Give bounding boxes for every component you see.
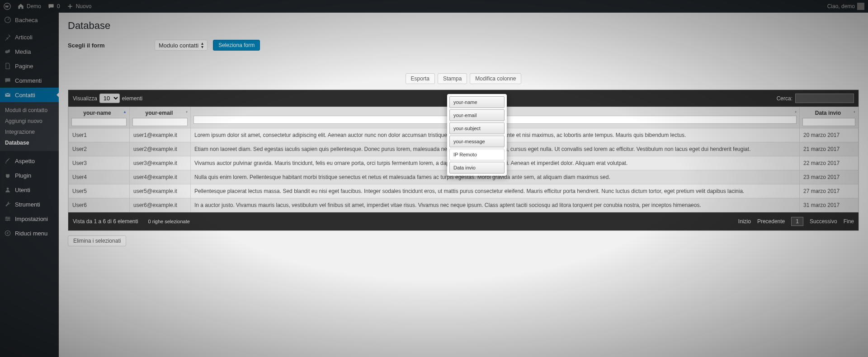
column-toggle-your-message[interactable]: your-message — [449, 136, 505, 147]
col-data-invio[interactable]: Data invio♦ — [800, 107, 859, 128]
mail-icon — [4, 91, 11, 99]
sidebar-submenu-contatti: Moduli di contatto Aggiungi nuovo Integr… — [0, 102, 59, 151]
page-current[interactable]: 1 — [791, 217, 803, 226]
sidebar-item-impostazioni[interactable]: Impostazioni — [0, 211, 59, 226]
cell-date: 27 marzo 2017 — [800, 184, 859, 198]
cell-name: User2 — [69, 142, 130, 156]
chevron-updown-icon: ▴▾ — [201, 42, 203, 49]
avatar-icon — [857, 3, 864, 10]
form-selector-row: Scegli il form Modulo contatti▴▾ Selezio… — [68, 40, 859, 51]
page-title: Database — [68, 15, 859, 40]
col-label: Data invio — [815, 110, 841, 116]
sidebar-item-media[interactable]: Media — [0, 44, 59, 59]
sidebar-item-label: Plugin — [15, 172, 31, 179]
table-info: Vista da 1 a 6 di 6 elementi — [73, 218, 138, 225]
sidebar-item-strumenti[interactable]: Strumenti — [0, 197, 59, 211]
submenu-database[interactable]: Database — [0, 137, 59, 148]
column-chooser-popup: your-nameyour-emailyour-subjectyour-mess… — [447, 94, 507, 176]
cell-date: 23 marzo 2017 — [800, 170, 859, 184]
sort-asc-icon: ▲ — [123, 110, 127, 114]
edit-columns-button[interactable]: Modifica colonne — [470, 73, 521, 84]
submenu-aggiungi[interactable]: Aggiungi nuovo — [0, 116, 59, 127]
wordpress-icon — [4, 3, 11, 10]
plus-icon — [66, 3, 74, 10]
sidebar-item-label: Riduci menu — [15, 230, 47, 237]
cell-name: User6 — [69, 198, 130, 212]
submenu-moduli[interactable]: Moduli di contatto — [0, 105, 59, 116]
svg-point-5 — [6, 217, 7, 218]
sidebar-item-riduci[interactable]: Riduci menu — [0, 226, 59, 240]
sort-icon: ♦ — [854, 110, 855, 114]
dashboard-icon — [4, 16, 11, 23]
cell-email: user1@example.it — [130, 128, 191, 142]
sidebar-item-bacheca[interactable]: Bacheca — [0, 13, 59, 27]
table-selected-info: 0 righe selezionate — [148, 219, 190, 224]
comment-icon — [4, 77, 11, 84]
sidebar-item-pagine[interactable]: Pagine — [0, 59, 59, 73]
cell-email: user6@example.it — [130, 198, 191, 212]
search-input[interactable] — [795, 94, 854, 103]
brush-icon — [4, 157, 11, 164]
page-next[interactable]: Successivo — [810, 218, 837, 225]
print-button[interactable]: Stampa — [438, 73, 467, 84]
sidebar-item-commenti[interactable]: Commenti — [0, 73, 59, 88]
column-toggle-data-invio[interactable]: Data invio — [449, 162, 505, 174]
sidebar-item-label: Strumenti — [15, 201, 40, 208]
admin-bar: Demo 0 Nuovo Ciao, demo — [0, 0, 868, 13]
export-button[interactable]: Esporta — [406, 73, 435, 84]
new-link[interactable]: Nuovo — [66, 3, 92, 10]
comments-link[interactable]: 0 — [47, 3, 60, 10]
page-first[interactable]: Inizio — [738, 218, 751, 225]
cell-email: user4@example.it — [130, 170, 191, 184]
table-row[interactable]: User5user5@example.itPellentesque placer… — [69, 184, 859, 198]
column-toggle-ip-remoto[interactable]: IP Remoto — [449, 149, 505, 160]
page-last[interactable]: Fine — [844, 218, 854, 225]
length-select[interactable]: 10 — [99, 94, 120, 103]
sidebar-item-contatti[interactable]: Contatti — [0, 88, 59, 102]
cell-date: 22 marzo 2017 — [800, 156, 859, 170]
col-your-email[interactable]: your-email♦ — [130, 107, 191, 128]
col-your-name[interactable]: your-name▲ — [69, 107, 130, 128]
col-filter-date[interactable] — [802, 118, 855, 126]
user-greeting[interactable]: Ciao, demo — [827, 3, 864, 10]
sidebar-item-label: Contatti — [15, 92, 35, 99]
column-toggle-your-email[interactable]: your-email — [449, 109, 505, 121]
comment-bubble-icon — [47, 3, 55, 10]
col-filter-your-email[interactable] — [132, 118, 188, 126]
wp-logo[interactable] — [4, 3, 11, 10]
main-content: Database Scegli il form Modulo contatti▴… — [59, 13, 868, 357]
search-control: Cerca: — [777, 94, 854, 103]
sidebar-item-plugin[interactable]: Plugin — [0, 168, 59, 183]
sidebar-item-label: Utenti — [15, 187, 30, 193]
length-prefix: Visualizza — [73, 95, 97, 102]
svg-point-7 — [7, 220, 8, 221]
cell-name: User3 — [69, 156, 130, 170]
column-toggle-your-subject[interactable]: your-subject — [449, 122, 505, 134]
sidebar-item-label: Articoli — [15, 34, 33, 41]
sidebar-item-utenti[interactable]: Utenti — [0, 183, 59, 197]
page-prev[interactable]: Precedente — [757, 218, 785, 225]
table-row[interactable]: User6user6@example.itIn a auctor justo. … — [69, 198, 859, 212]
site-home[interactable]: Demo — [17, 3, 41, 10]
svg-point-4 — [7, 188, 9, 190]
admin-sidebar: Bacheca Articoli Media Pagine Commenti C… — [0, 13, 59, 357]
delete-selected-button[interactable]: Elimina i selezionati — [68, 235, 126, 246]
search-label: Cerca: — [777, 95, 793, 102]
settings-icon — [4, 215, 11, 222]
svg-point-2 — [5, 51, 8, 53]
column-toggle-your-name[interactable]: your-name — [449, 96, 505, 108]
col-label: your-name — [83, 110, 111, 116]
submenu-integrazione[interactable]: Integrazione — [0, 127, 59, 137]
sidebar-item-label: Commenti — [15, 77, 42, 84]
form-select[interactable]: Modulo contatti▴▾ — [155, 40, 208, 51]
select-form-button[interactable]: Seleziona form — [213, 40, 260, 51]
col-filter-your-name[interactable] — [71, 118, 127, 126]
cell-email: user3@example.it — [130, 156, 191, 170]
form-select-value: Modulo contatti — [159, 42, 198, 49]
page-icon — [4, 62, 11, 70]
sort-icon: ♦ — [186, 110, 188, 114]
sidebar-item-articoli[interactable]: Articoli — [0, 30, 59, 44]
svg-point-8 — [5, 230, 10, 235]
sidebar-item-aspetto[interactable]: Aspetto — [0, 154, 59, 168]
cell-message: Pellentesque placerat lectus massa. Sed … — [191, 184, 800, 198]
